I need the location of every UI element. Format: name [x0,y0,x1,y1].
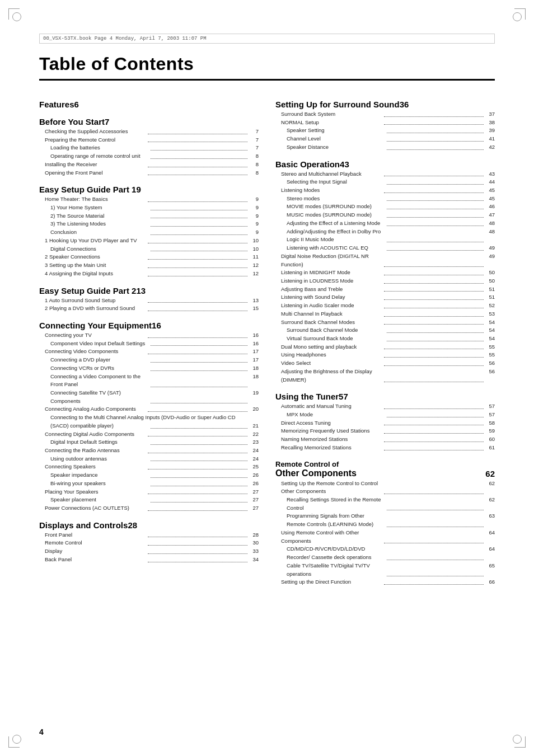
dot-leader [148,136,247,143]
section-heading-text: Basic Operation [275,159,340,169]
dot-leader [387,203,484,209]
dot-leader [387,545,484,560]
section-heading-page: 9 [136,185,140,194]
section-heading-page: 57 [339,392,348,401]
toc-item-title: (SACD) compatible player) [39,422,149,430]
toc-line: Stereo and Multichannel Playback43 [275,170,495,179]
toc-item-title: Programming Signals from Other Remote Co… [275,512,386,528]
header-bar: 00_VSX-53TX.book Page 4 Monday, April 7,… [39,34,495,44]
dot-leader [148,161,247,167]
toc-item-page: 64 [485,545,495,561]
toc-line: 3 Setting up the Main Unit12 [39,261,259,270]
toc-item-page: 55 [485,343,495,351]
toc-item-page: 57 [485,411,495,419]
toc-line: Setting up the Direct Function66 [275,578,495,586]
toc-item-title: Digital Noise Reduction (DIGITAL NR Func… [275,252,383,269]
toc-line: Video Select56 [275,359,495,368]
dot-leader [384,269,484,275]
toc-line: NORMAL Setup38 [275,119,495,127]
toc-item-title: Adding/Adjusting the Effect in Dolby Pro… [275,228,386,244]
toc-item-page: 48 [485,228,495,244]
toc-item-page: 15 [249,304,259,313]
toc-item-title: Surround Back System [275,110,383,119]
section-heading-row: Using the Tuner57 [275,392,495,401]
toc-item-title: Cable TV/Satellite TV/Digital TV/TV oper… [275,562,386,578]
section-heading-text: Easy Setup Guide Part 1 [39,185,136,194]
dot-leader [148,539,247,546]
toc-item-page: 54 [485,335,495,343]
toc-item-title: Multi Channel In Playback [275,310,383,318]
toc-item-title: Component Video Input Default Settings [39,340,149,348]
toc-item-page: 58 [485,419,495,428]
toc-item-title: Using Remote Control with Other Componen… [275,529,383,545]
toc-line: Using Headphones55 [275,351,495,359]
section-heading-page: 62 [485,469,495,478]
dot-leader [148,430,247,437]
toc-line: Stereo modes45 [275,195,495,203]
toc-item-page: 10 [249,237,259,245]
toc-line: Back Panel34 [39,556,259,564]
toc-item-page: 24 [249,455,259,463]
toc-line: Loading the batteries7 [39,144,259,152]
dot-leader [384,186,484,193]
toc-item-title: Operating range of remote control unit [39,152,149,161]
toc-item-title: 1) Your Home System [39,204,149,212]
toc-item-page: 52 [485,302,495,310]
toc-item-title: 1 Auto Surround Sound Setup [39,297,147,305]
toc-item-page: 16 [249,331,259,340]
section-heading-row: Basic Operation43 [275,159,495,169]
right-column: Setting Up for Surround Sound36Surround … [275,92,495,586]
toc-line: Installing the Receiver8 [39,161,259,169]
toc-item-title: Stereo and Multichannel Playback [275,170,383,179]
section-heading-row: Setting Up for Surround Sound36 [275,100,495,109]
toc-item-title: Virtual Surround Back Mode [275,335,386,343]
toc-line: Home Theater: The Basics9 [39,195,259,204]
toc-line: Connecting a DVD player17 [39,356,259,364]
toc-item-page: 48 [485,219,495,228]
toc-item-page: 9 [249,204,259,212]
toc-line: Using Remote Control with Other Componen… [275,529,495,545]
dot-leader [384,368,484,382]
toc-line: Connecting VCRs or DVRs18 [39,364,259,373]
toc-item-page: 45 [485,195,495,203]
toc-item-page: 24 [249,447,259,455]
toc-item-title: Recalling Memorized Stations [275,444,383,452]
toc-item-title: Adjusting the Brightness of the Display … [275,368,383,384]
dot-leader [384,310,484,317]
toc-line: Connecting Analog Audio Components20 [39,405,259,414]
toc-item-title: 2 Playing a DVD with Surround Sound [39,304,147,313]
toc-item-title: Listening with ACOUSTIC CAL EQ [275,244,386,252]
toc-line: 1 Auto Surround Sound Setup13 [39,297,259,305]
toc-item-page: 22 [249,430,259,439]
dot-leader [387,126,484,133]
page: 00_VSX-53TX.book Page 4 Monday, April 7,… [0,0,534,756]
toc-item-page: 18 [249,373,259,389]
toc-item-page: 49 [485,244,495,252]
toc-item-title: Listening in MIDNIGHT Mode [275,269,383,277]
toc-item-title: Listening with Sound Delay [275,293,383,302]
toc-item-title: 1 Hooking Up Your DVD Player and TV [39,237,147,245]
toc-item-title: Connecting the Radio Antennas [39,447,147,455]
toc-line: Connecting Video Components17 [39,348,259,356]
dot-leader [387,211,484,218]
dot-leader [151,340,247,346]
toc-item-title: Connecting Satellite TV (SAT) Components [39,389,149,405]
toc-item-title: CD/MD/CD-R/VCR/DVD/LD/DVD Recorder/ Cass… [275,545,386,561]
toc-item-page: 30 [249,539,259,547]
toc-line: Cable TV/Satellite TV/Digital TV/TV oper… [275,562,495,578]
toc-line: Adding/Adjusting the Effect in Dolby Pro… [275,228,495,244]
dot-leader [148,348,247,354]
dot-leader [387,228,484,242]
toc-line: Adjusting the Brightness of the Display … [275,368,495,384]
toc-item-title: Connecting VCRs or DVRs [39,364,149,373]
dot-leader [151,144,247,151]
toc-line: Connecting Digital Audio Components22 [39,430,259,439]
toc-line: Connecting a Video Component to the Fron… [39,373,259,389]
toc-item-title: Listening in Audio Scaler mode [275,302,383,310]
toc-line: Speaker impedance26 [39,471,259,480]
toc-item-title: Speaker Setting [275,126,386,135]
dot-leader [387,195,484,201]
toc-item-title: Connecting Video Components [39,348,147,356]
toc-line: Bi-wiring your speakers26 [39,480,259,488]
dot-leader [151,480,247,486]
